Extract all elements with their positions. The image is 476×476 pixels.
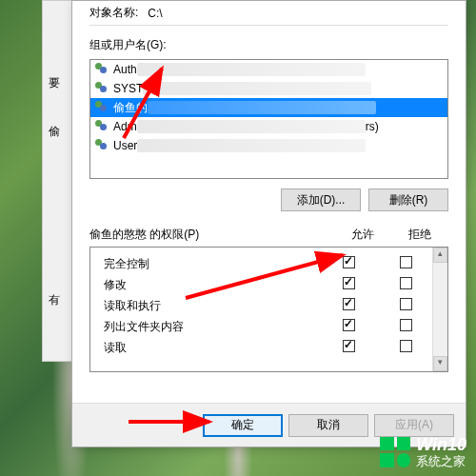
users-group-icon [94, 119, 109, 134]
deny-checkbox[interactable] [400, 298, 412, 310]
deny-cell [377, 256, 434, 271]
user-list-item[interactable]: Auth [90, 60, 447, 79]
scrollbar[interactable]: ▴ ▾ [432, 248, 447, 371]
scroll-down-icon[interactable]: ▾ [433, 356, 447, 371]
security-permissions-dialog: 对象名称: C:\ 组或用户名(G): AuthSYST偷鱼的Admrs)Use… [71, 0, 466, 447]
allow-cell [320, 340, 377, 355]
deny-checkbox[interactable] [400, 277, 412, 289]
user-list-item[interactable]: SYST [90, 79, 447, 98]
watermark: Win10 系统之家 [380, 436, 466, 468]
permission-row: 完全控制 [104, 253, 434, 274]
user-name-prefix: User [113, 139, 137, 152]
apply-button[interactable]: 应用(A) [374, 414, 454, 437]
permission-name: 读取 [104, 340, 320, 356]
allow-cell [320, 319, 377, 334]
object-name-label: 对象名称: [89, 5, 138, 21]
allow-cell [320, 277, 377, 292]
watermark-line1: Win10 [416, 436, 466, 455]
user-list-item[interactable]: Admrs) [90, 117, 447, 136]
redacted-text [137, 120, 366, 133]
deny-checkbox[interactable] [400, 340, 412, 352]
permission-row: 读取和执行 [104, 295, 434, 316]
allow-checkbox[interactable] [343, 298, 355, 310]
watermark-logo-icon [380, 437, 410, 467]
user-list-item[interactable]: User [90, 136, 447, 155]
redacted-text [143, 82, 371, 95]
user-name-prefix: Adm [113, 120, 137, 133]
allow-checkbox[interactable] [343, 277, 355, 289]
object-name-value: C:\ [148, 7, 162, 20]
allow-cell [320, 256, 377, 271]
redacted-text [137, 63, 366, 76]
permissions-label: 偷鱼的憨憨 的权限(P) [89, 227, 334, 243]
deny-checkbox[interactable] [400, 256, 412, 268]
watermark-line2: 系统之家 [416, 455, 466, 468]
redacted-text [148, 101, 376, 114]
user-name-prefix: 偷鱼的 [113, 100, 148, 116]
permission-name: 修改 [104, 277, 320, 293]
add-button[interactable]: 添加(D)... [281, 188, 361, 211]
remove-button[interactable]: 删除(R) [368, 188, 448, 211]
deny-column-header: 拒绝 [391, 227, 448, 243]
users-group-icon [94, 100, 109, 115]
permission-name: 读取和执行 [104, 298, 320, 314]
deny-cell [377, 298, 434, 313]
deny-cell [377, 277, 434, 292]
allow-checkbox[interactable] [343, 340, 355, 352]
user-list[interactable]: AuthSYST偷鱼的Admrs)User [89, 59, 448, 179]
users-group-icon [94, 81, 109, 96]
allow-cell [320, 298, 377, 313]
permission-row: 修改 [104, 274, 434, 295]
user-name-suffix: rs) [366, 120, 379, 133]
permission-name: 列出文件夹内容 [104, 319, 320, 335]
deny-checkbox[interactable] [400, 319, 412, 331]
permission-name: 完全控制 [104, 256, 320, 272]
permission-row: 列出文件夹内容 [104, 316, 434, 337]
ok-button[interactable]: 确定 [203, 414, 283, 437]
cancel-button[interactable]: 取消 [288, 414, 368, 437]
scroll-up-icon[interactable]: ▴ [433, 248, 447, 263]
deny-cell [377, 319, 434, 334]
redacted-text [137, 139, 366, 152]
object-name-row: 对象名称: C:\ [89, 5, 448, 26]
permissions-list: ▴ ▾ 完全控制修改读取和执行列出文件夹内容读取 [89, 247, 448, 372]
users-group-icon [94, 62, 109, 77]
permission-row: 读取 [104, 337, 434, 358]
allow-checkbox[interactable] [343, 319, 355, 331]
groups-users-label: 组或用户名(G): [89, 37, 448, 53]
user-name-prefix: SYST [113, 82, 143, 95]
allow-column-header: 允许 [334, 227, 391, 243]
permissions-header: 偷鱼的憨憨 的权限(P) 允许 拒绝 [89, 227, 448, 243]
deny-cell [377, 340, 434, 355]
users-group-icon [94, 138, 109, 153]
user-name-prefix: Auth [113, 63, 137, 76]
user-list-item[interactable]: 偷鱼的 [90, 98, 447, 117]
allow-checkbox[interactable] [343, 256, 355, 268]
